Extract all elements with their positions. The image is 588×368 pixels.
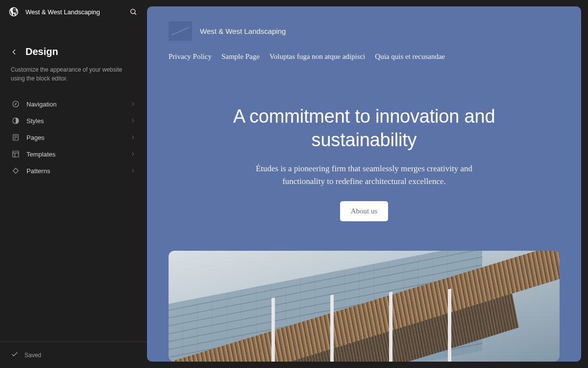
menu-item-templates[interactable]: Templates [4, 146, 143, 162]
sidebar-footer: Saved [0, 342, 147, 368]
menu-item-styles[interactable]: Styles [4, 112, 143, 129]
svg-point-0 [131, 9, 135, 14]
preview-brand: West & West Landscaping [169, 21, 560, 41]
hero-cta-button[interactable]: About us [340, 201, 389, 221]
preview-wrapper: West & West Landscaping Privacy Policy S… [147, 0, 588, 368]
menu-item-patterns[interactable]: Patterns [4, 162, 143, 179]
panel-description: Customize the appearance of your website… [0, 63, 147, 93]
chevron-right-icon [129, 134, 136, 141]
preview-hero: A commitment to innovation and sustainab… [147, 61, 581, 221]
nav-link[interactable]: Privacy Policy [169, 53, 212, 61]
menu-item-label: Pages [26, 134, 123, 141]
site-name[interactable]: West & West Landscaping [25, 8, 122, 16]
diamond-icon [11, 166, 21, 176]
layout-icon [11, 149, 21, 159]
menu-item-navigation[interactable]: Navigation [4, 96, 143, 112]
contrast-icon [11, 116, 21, 126]
site-logo-placeholder[interactable] [169, 21, 192, 41]
preview-header: West & West Landscaping Privacy Policy S… [147, 6, 581, 61]
hero-subtitle[interactable]: Études is a pioneering firm that seamles… [237, 162, 491, 187]
command-palette-button[interactable] [127, 6, 139, 18]
panel-heading-row: Design [0, 24, 147, 63]
hero-title[interactable]: A commitment to innovation and sustainab… [207, 105, 521, 152]
menu-item-pages[interactable]: Pages [4, 129, 143, 146]
preview-site-title[interactable]: West & West Landscaping [200, 27, 286, 35]
nav-link[interactable]: Voluptas fuga non atque adipisci [270, 53, 366, 61]
chevron-right-icon [129, 101, 136, 107]
editor-sidebar: West & West Landscaping Design Customize… [0, 0, 147, 368]
sidebar-topbar: West & West Landscaping [0, 0, 147, 24]
menu-item-label: Navigation [26, 101, 123, 108]
wordpress-logo-icon[interactable] [8, 6, 20, 18]
nav-link[interactable]: Sample Page [221, 53, 260, 61]
check-icon [11, 350, 19, 360]
svg-line-1 [135, 13, 136, 15]
nav-link[interactable]: Quia quis et recusandae [375, 53, 445, 61]
panel-title: Design [25, 46, 58, 57]
compass-icon [11, 99, 21, 109]
menu-item-label: Patterns [26, 167, 123, 175]
menu-item-label: Templates [26, 151, 123, 158]
site-preview-canvas[interactable]: West & West Landscaping Privacy Policy S… [147, 6, 581, 362]
chevron-right-icon [129, 151, 136, 158]
hero-image[interactable] [169, 251, 560, 362]
chevron-right-icon [129, 117, 136, 124]
design-menu: Navigation Styles Pages [0, 93, 147, 182]
preview-nav: Privacy Policy Sample Page Voluptas fuga… [169, 41, 560, 61]
save-status: Saved [24, 352, 41, 359]
menu-item-label: Styles [26, 117, 123, 125]
back-button[interactable] [9, 47, 20, 57]
svg-marker-3 [15, 103, 17, 105]
chevron-right-icon [129, 167, 136, 174]
page-icon [11, 132, 21, 142]
svg-rect-12 [13, 168, 19, 174]
svg-rect-9 [13, 151, 19, 157]
